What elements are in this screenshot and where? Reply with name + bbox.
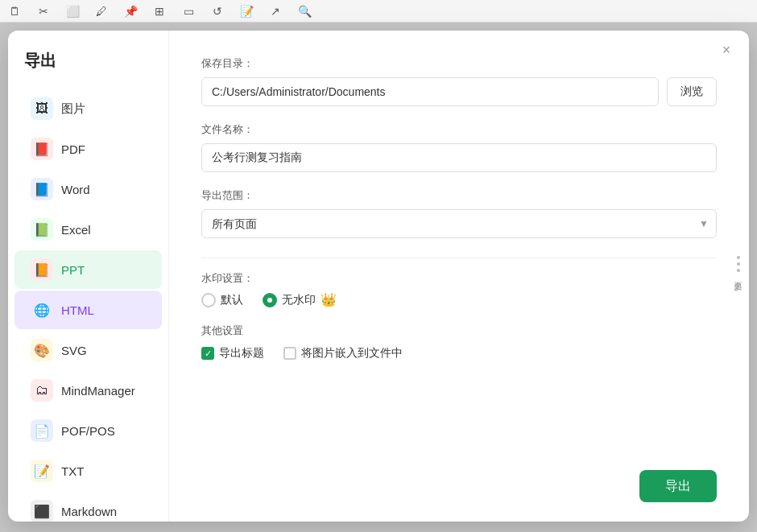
export-btn-row: 导出	[201, 457, 717, 502]
filename-group: 文件名称：	[201, 122, 717, 172]
word-icon: 📘	[31, 178, 53, 200]
watermark-default-radio[interactable]	[201, 293, 216, 307]
export-range-select-wrapper: 所有页面 当前页面 自定义范围 ▼	[201, 209, 717, 238]
dot-2	[737, 262, 740, 266]
txt-icon: 📝	[31, 460, 53, 482]
embed-images-checkbox[interactable]	[283, 347, 296, 360]
pdf-icon: 📕	[31, 138, 53, 160]
sidebar-item-pdf[interactable]: 📕 PDF	[14, 130, 162, 168]
toolbar: 🗒 ✂ ⬜ 🖊 📌 ⊞ ▭ ↺ 📝 ↗ 🔍	[0, 0, 757, 23]
image-icon: 🖼	[31, 97, 53, 120]
filename-label: 文件名称：	[201, 122, 717, 137]
export-button[interactable]: 导出	[639, 470, 717, 502]
export-range-select[interactable]: 所有页面 当前页面 自定义范围	[201, 209, 717, 238]
toolbar-icon-save[interactable]: 🗒	[6, 3, 23, 19]
toolbar-icon-shape[interactable]: ▭	[180, 3, 196, 19]
toolbar-icon-refresh[interactable]: ↺	[209, 3, 225, 19]
sidebar-item-html[interactable]: 🌐 HTML	[14, 291, 162, 329]
sidebar-item-image[interactable]: 🖼 图片	[14, 89, 162, 128]
sidebar-item-txt[interactable]: 📝 TXT	[14, 452, 162, 490]
watermark-group: 水印设置： 默认 无水印 👑	[201, 271, 717, 307]
sidebar-item-mindmanager[interactable]: 🗂 MindManager	[14, 371, 162, 410]
sidebar-label-markdown: Markdown	[61, 505, 117, 518]
embed-images-label: 将图片嵌入到文件中	[301, 346, 403, 361]
modal-overlay: × 导出 🖼 图片 📕 PDF 📘 Word 📗 Excel	[0, 23, 757, 532]
sidebar-item-word[interactable]: 📘 Word	[14, 170, 162, 208]
save-dir-input[interactable]	[201, 77, 659, 106]
sidebar-label-pdf: PDF	[61, 142, 85, 156]
other-settings-label: 其他设置	[201, 324, 717, 338]
sidebar-label-word: Word	[61, 183, 90, 196]
dot-3	[737, 269, 740, 272]
sidebar-label-excel: Excel	[61, 223, 91, 237]
export-title-checkbox[interactable]	[201, 347, 214, 360]
sidebar-label-html: HTML	[61, 303, 94, 317]
dialog-title: 导出	[8, 50, 168, 88]
side-scroll-indicator: 更多	[732, 256, 744, 275]
save-dir-row: 浏览	[201, 77, 717, 106]
other-settings-group: 其他设置 导出标题 将图片嵌入到文件中	[201, 324, 717, 361]
watermark-none-label: 无水印	[282, 293, 316, 307]
toolbar-icon-search[interactable]: 🔍	[296, 3, 312, 19]
watermark-default-option[interactable]: 默认	[201, 293, 243, 307]
sidebar-label-pofpos: POF/POS	[61, 424, 115, 438]
toolbar-icon-export[interactable]: ↗	[267, 3, 283, 19]
checkbox-group: 导出标题 将图片嵌入到文件中	[201, 346, 717, 361]
sidebar-item-svg[interactable]: 🎨 SVG	[14, 331, 162, 369]
sidebar-item-ppt[interactable]: 📙 PPT	[14, 250, 162, 289]
sidebar-label-mindmanager: MindManager	[61, 384, 135, 398]
toolbar-icon-note[interactable]: 📝	[238, 3, 254, 19]
mindmanager-icon: 🗂	[31, 379, 53, 402]
watermark-label: 水印设置：	[201, 271, 717, 286]
toolbar-icon-copy[interactable]: ⬜	[64, 3, 81, 19]
save-dir-label: 保存目录：	[201, 56, 717, 71]
sidebar-label-txt: TXT	[61, 464, 84, 478]
watermark-none-radio[interactable]	[263, 293, 277, 307]
embed-images-item[interactable]: 将图片嵌入到文件中	[283, 346, 403, 361]
crown-icon: 👑	[321, 292, 337, 307]
sidebar-label-image: 图片	[61, 101, 85, 117]
sidebar-item-excel[interactable]: 📗 Excel	[14, 210, 162, 249]
pofpos-icon: 📄	[31, 419, 53, 442]
watermark-none-option[interactable]: 无水印 👑	[263, 292, 337, 307]
main-content: 保存目录： 浏览 文件名称： 导出范围： 所有页面 当前页面 自定义范围	[169, 31, 749, 522]
divider	[201, 258, 717, 258]
export-dialog: × 导出 🖼 图片 📕 PDF 📘 Word 📗 Excel	[8, 31, 749, 522]
toolbar-icon-pin[interactable]: 📌	[122, 3, 139, 19]
export-range-group: 导出范围： 所有页面 当前页面 自定义范围 ▼	[201, 188, 717, 238]
watermark-radio-group: 默认 无水印 👑	[201, 292, 717, 307]
svg-icon: 🎨	[31, 339, 53, 361]
export-range-label: 导出范围：	[201, 188, 717, 203]
export-sidebar: 导出 🖼 图片 📕 PDF 📘 Word 📗 Excel	[8, 31, 169, 522]
dot-1	[737, 256, 740, 259]
filename-input[interactable]	[201, 143, 717, 172]
browse-button[interactable]: 浏览	[667, 77, 717, 106]
sidebar-label-ppt: PPT	[61, 263, 85, 277]
watermark-default-label: 默认	[221, 293, 243, 307]
close-button[interactable]: ×	[717, 40, 736, 60]
save-dir-group: 保存目录： 浏览	[201, 56, 717, 106]
sidebar-item-pofpos[interactable]: 📄 POF/POS	[14, 411, 162, 450]
excel-icon: 📗	[31, 218, 53, 241]
sidebar-item-markdown[interactable]: ⬛ Markdown	[14, 492, 162, 522]
ppt-icon: 📙	[31, 258, 53, 281]
markdown-icon: ⬛	[31, 500, 53, 522]
sidebar-label-svg: SVG	[61, 344, 87, 357]
toolbar-icon-pen[interactable]: 🖊	[93, 3, 110, 19]
html-icon: 🌐	[31, 299, 53, 321]
export-title-item[interactable]: 导出标题	[201, 346, 264, 361]
toolbar-icon-cut[interactable]: ✂	[35, 3, 52, 19]
export-title-label: 导出标题	[219, 346, 264, 361]
toolbar-icon-table[interactable]: ⊞	[151, 3, 168, 19]
